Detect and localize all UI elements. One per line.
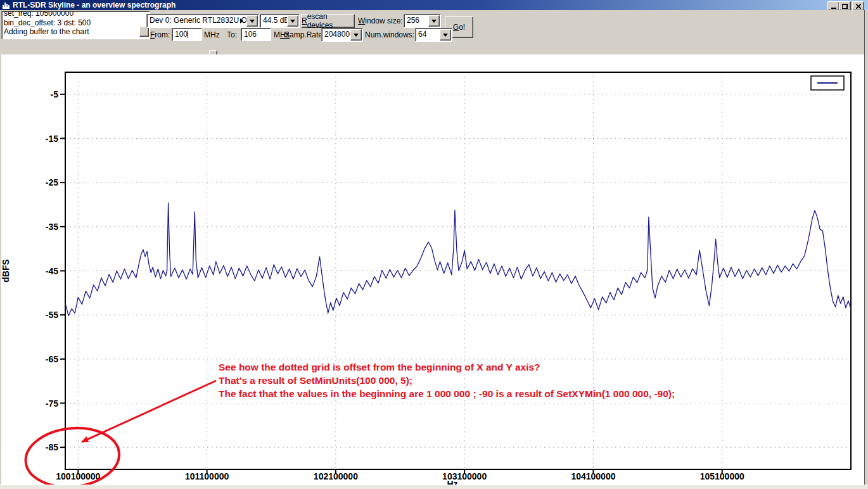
mhz-label-from: MHz <box>204 30 220 39</box>
status-scrollbar-thumb[interactable] <box>139 27 149 37</box>
y-tick-label: -35 <box>46 222 58 232</box>
chevron-down-icon <box>443 34 448 39</box>
status-line: set_freq: 105000000 <box>4 11 141 18</box>
x-tick-label: 104100000 <box>571 471 615 481</box>
restore-button[interactable] <box>839 1 851 11</box>
status-log-list[interactable]: set_freq: 105000000 bin_dec_offset: 3 ds… <box>1 11 150 39</box>
spectrograph-chart: 1001000001011000001021000001031000001041… <box>0 54 868 485</box>
x-tick-label: 101100000 <box>185 471 229 481</box>
truncation-arrow-icon <box>240 18 246 23</box>
annotation-text-line: The fact that the values in the beginnin… <box>219 388 675 399</box>
toolbar: set_freq: 105000000 bin_dec_offset: 3 ds… <box>0 10 868 54</box>
status-line: Adding buffer to the chart <box>4 27 141 37</box>
chevron-down-icon <box>354 34 359 39</box>
chevron-down-icon <box>250 20 255 25</box>
y-tick-label: -25 <box>46 177 58 187</box>
y-tick-label: -5 <box>51 89 59 99</box>
device-combo[interactable]: Dev 0: Generic RTL2832U OEM <box>146 14 259 28</box>
gain-combo[interactable]: 44.5 dB <box>260 14 300 28</box>
y-axis-title: dBFS <box>1 259 11 283</box>
y-tick-label: -55 <box>46 310 58 320</box>
window-size-combo[interactable]: 256 <box>404 14 441 28</box>
window-title: RTL-SDR Skyline - an overview spectrogra… <box>13 1 176 10</box>
y-tick-label: -85 <box>46 442 58 452</box>
y-tick-label: -15 <box>46 134 58 144</box>
from-value: 100 <box>175 30 188 39</box>
num-windows-combo[interactable]: 64 <box>415 28 452 42</box>
rescan-devices-button[interactable]: Rescan devices <box>301 14 355 28</box>
num-windows-label: Num.windows: <box>365 30 414 39</box>
to-input[interactable]: 106 <box>241 28 271 41</box>
chevron-down-icon <box>431 20 437 25</box>
to-label: To: <box>227 30 237 39</box>
device-combo-dropdown-button[interactable] <box>246 15 258 27</box>
close-button[interactable] <box>852 1 864 11</box>
title-bar[interactable]: RTL-SDR Skyline - an overview spectrogra… <box>0 0 868 10</box>
app-window: RTL-SDR Skyline - an overview spectrogra… <box>0 0 868 489</box>
minimize-icon <box>831 8 836 9</box>
x-tick-label: 105100000 <box>700 471 744 481</box>
status-line: bin_dec_offset: 3 dst: 500 <box>4 18 141 28</box>
window-resize-edge-left[interactable] <box>0 10 1 485</box>
num-windows-dropdown-button[interactable] <box>440 29 451 41</box>
y-tick-label: -75 <box>46 398 58 409</box>
x-tick-label: 102100000 <box>314 471 358 481</box>
gain-combo-dropdown-button[interactable] <box>287 15 298 27</box>
chart-canvas: 1001000001011000001021000001031000001041… <box>0 54 868 485</box>
to-value: 106 <box>244 30 257 39</box>
window-size-label: Window size: <box>358 16 403 25</box>
y-tick-label: -65 <box>46 354 58 364</box>
window-size-dropdown-button[interactable] <box>428 15 440 27</box>
text-cursor <box>188 30 188 38</box>
window-resize-edge-right[interactable] <box>864 10 868 485</box>
samp-rate-dropdown-button[interactable] <box>350 29 362 41</box>
window-resize-edge-bottom[interactable] <box>0 485 868 489</box>
from-input[interactable]: 100 <box>172 28 202 41</box>
samp-rate-label: Samp.Rate: <box>284 30 324 39</box>
from-label: From: <box>150 30 170 39</box>
y-tick-label: -45 <box>46 266 58 276</box>
spectrum-trace <box>65 203 851 315</box>
chevron-down-icon <box>290 20 295 25</box>
x-tick-label: 100100000 <box>56 471 100 481</box>
annotation-text-line: See how the dotted grid is offset from t… <box>219 362 540 372</box>
restore-icon <box>842 4 848 9</box>
app-icon <box>2 1 11 10</box>
close-icon <box>856 4 861 9</box>
samp-rate-combo[interactable]: 2048000 <box>321 28 363 42</box>
x-axis-title: Hz <box>447 479 457 485</box>
minimize-button[interactable] <box>827 1 839 11</box>
annotation-text-line: That's a result of SetMinUnits(100 000, … <box>219 375 412 386</box>
